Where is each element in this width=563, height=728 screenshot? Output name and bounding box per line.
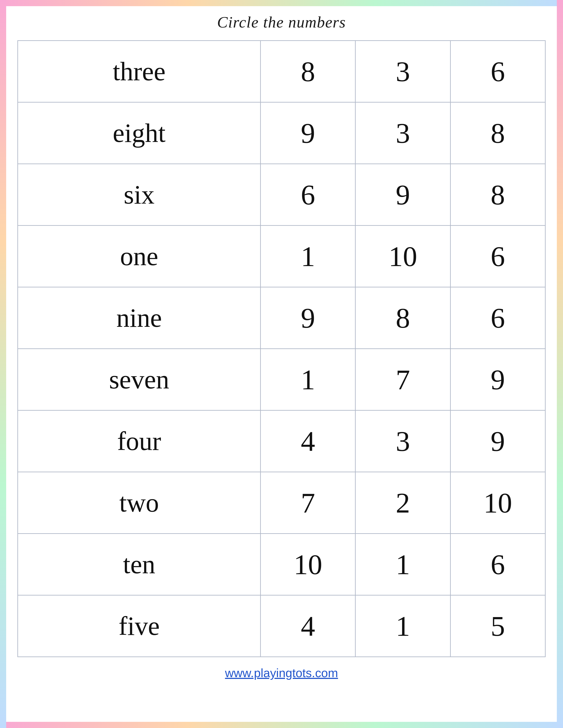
table-row: seven179	[18, 349, 545, 410]
word-cell-four: four	[18, 410, 261, 472]
number-cell-3-2[interactable]: 10	[355, 226, 450, 287]
number-cell-1-1[interactable]: 9	[261, 102, 355, 164]
word-cell-one: one	[18, 226, 261, 287]
number-cell-7-2[interactable]: 2	[355, 472, 450, 534]
number-cell-8-1[interactable]: 10	[261, 534, 355, 595]
word-cell-five: five	[18, 595, 261, 657]
numbers-table: three836eight938six698one1106nine986seve…	[17, 40, 546, 657]
number-cell-3-3[interactable]: 6	[450, 226, 545, 287]
word-cell-three: three	[18, 41, 261, 102]
number-cell-9-3[interactable]: 5	[450, 595, 545, 657]
number-cell-5-3[interactable]: 9	[450, 349, 545, 410]
number-cell-6-2[interactable]: 3	[355, 410, 450, 472]
table-row: five415	[18, 595, 545, 657]
number-cell-4-2[interactable]: 8	[355, 287, 450, 349]
number-cell-5-2[interactable]: 7	[355, 349, 450, 410]
table-row: four439	[18, 410, 545, 472]
word-cell-two: two	[18, 472, 261, 534]
table-row: nine986	[18, 287, 545, 349]
table-row: one1106	[18, 226, 545, 287]
word-cell-ten: ten	[18, 534, 261, 595]
number-cell-0-1[interactable]: 8	[261, 41, 355, 102]
number-cell-0-2[interactable]: 3	[355, 41, 450, 102]
number-cell-6-3[interactable]: 9	[450, 410, 545, 472]
table-row: eight938	[18, 102, 545, 164]
number-cell-3-1[interactable]: 1	[261, 226, 355, 287]
table-row: three836	[18, 41, 545, 102]
table-row: six698	[18, 164, 545, 226]
number-cell-1-3[interactable]: 8	[450, 102, 545, 164]
number-cell-8-2[interactable]: 1	[355, 534, 450, 595]
footer-url[interactable]: www.playingtots.com	[225, 666, 338, 680]
number-cell-2-1[interactable]: 6	[261, 164, 355, 226]
number-cell-6-1[interactable]: 4	[261, 410, 355, 472]
number-cell-9-1[interactable]: 4	[261, 595, 355, 657]
word-cell-eight: eight	[18, 102, 261, 164]
number-cell-1-2[interactable]: 3	[355, 102, 450, 164]
number-cell-5-1[interactable]: 1	[261, 349, 355, 410]
number-cell-9-2[interactable]: 1	[355, 595, 450, 657]
table-row: ten1016	[18, 534, 545, 595]
word-cell-seven: seven	[18, 349, 261, 410]
number-cell-2-2[interactable]: 9	[355, 164, 450, 226]
word-cell-nine: nine	[18, 287, 261, 349]
number-cell-2-3[interactable]: 8	[450, 164, 545, 226]
number-cell-0-3[interactable]: 6	[450, 41, 545, 102]
number-cell-4-3[interactable]: 6	[450, 287, 545, 349]
number-cell-7-1[interactable]: 7	[261, 472, 355, 534]
table-row: two7210	[18, 472, 545, 534]
page-title: Circle the numbers	[217, 13, 346, 31]
word-cell-six: six	[18, 164, 261, 226]
number-cell-4-1[interactable]: 9	[261, 287, 355, 349]
number-cell-7-3[interactable]: 10	[450, 472, 545, 534]
number-cell-8-3[interactable]: 6	[450, 534, 545, 595]
